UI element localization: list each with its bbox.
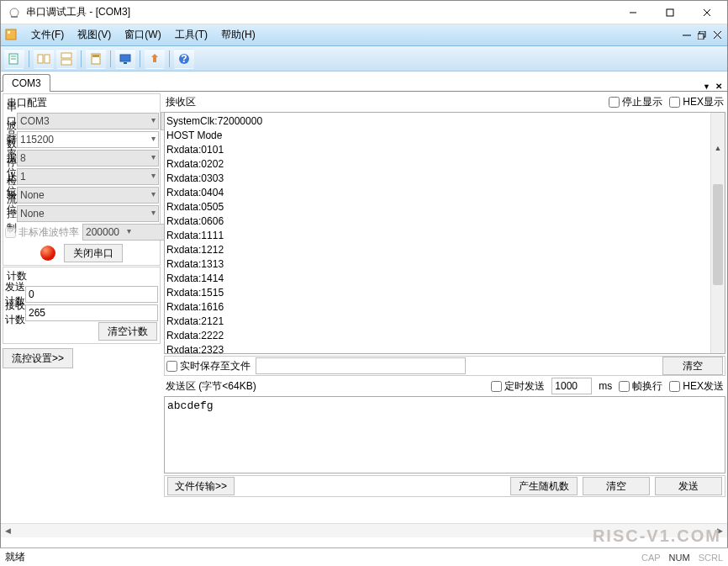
tool-monitor-icon[interactable] bbox=[115, 49, 135, 69]
serial-config-group: 串口配置 串口号 刷新 波特率 数据位 停止位 检验位 bbox=[3, 93, 161, 266]
scroll-thumb[interactable] bbox=[713, 184, 723, 285]
num-indicator: NUM bbox=[669, 553, 690, 563]
save-path-input[interactable] bbox=[256, 357, 466, 374]
tab-strip: COM3 ▼ ✕ bbox=[1, 71, 727, 92]
send-button[interactable]: 发送 bbox=[655, 477, 722, 495]
send-title: 发送区 (字节<64KB) bbox=[166, 379, 256, 394]
svg-rect-19 bbox=[61, 60, 71, 65]
timed-interval-input[interactable] bbox=[551, 378, 592, 394]
minimize-button[interactable] bbox=[615, 2, 652, 24]
svg-rect-18 bbox=[61, 53, 71, 58]
recv-title: 接收区 bbox=[166, 95, 196, 109]
flow-select[interactable] bbox=[17, 205, 159, 222]
tool-new-icon[interactable] bbox=[4, 49, 24, 69]
menu-view[interactable]: 视图(V) bbox=[71, 25, 118, 45]
scrl-indicator: SCRL bbox=[699, 553, 723, 563]
serial-config-title: 串口配置 bbox=[3, 94, 160, 112]
receive-textarea[interactable]: SystemClk:72000000 HOST Mode Rxdata:0101… bbox=[164, 112, 725, 354]
frame-wrap-checkbox[interactable]: 帧换行 bbox=[619, 379, 662, 394]
svg-rect-3 bbox=[667, 9, 673, 16]
tab-dropdown-icon[interactable]: ▼ bbox=[703, 82, 710, 91]
svg-text:?: ? bbox=[181, 53, 187, 65]
stop-display-checkbox[interactable]: 停止显示 bbox=[609, 95, 662, 109]
mdi-minimize-icon[interactable] bbox=[680, 29, 694, 41]
tool-help-icon[interactable]: ? bbox=[174, 49, 194, 69]
hex-display-checkbox[interactable]: HEX显示 bbox=[669, 95, 724, 109]
app-icon bbox=[8, 6, 21, 19]
right-panel: 接收区 停止显示 HEX显示 SystemClk:72000000 HOST M… bbox=[164, 93, 725, 521]
window-title: 串口调试工具 - [COM3] bbox=[26, 5, 615, 19]
statusbar: 就绪 CAP NUM SCRL bbox=[0, 547, 728, 566]
svg-rect-23 bbox=[124, 62, 127, 64]
tab-close-icon[interactable]: ✕ bbox=[715, 82, 722, 91]
send-header: 发送区 (字节<64KB) 定时发送 ms 帧换行 HEX发送 bbox=[164, 378, 725, 394]
recv-count-value bbox=[25, 304, 158, 321]
recv-header: 接收区 停止显示 HEX显示 bbox=[164, 93, 725, 110]
svg-rect-21 bbox=[92, 55, 99, 57]
scroll-up-icon[interactable]: ▲ bbox=[711, 141, 725, 156]
svg-rect-1 bbox=[11, 16, 18, 18]
databits-select[interactable] bbox=[17, 150, 159, 167]
port-select[interactable] bbox=[17, 113, 159, 130]
hex-send-checkbox[interactable]: HEX发送 bbox=[669, 379, 724, 394]
app-menu-icon bbox=[4, 28, 19, 43]
scroll-right-icon[interactable]: ▶ bbox=[713, 524, 727, 537]
close-button[interactable] bbox=[688, 2, 725, 24]
tool-tile-h-icon[interactable] bbox=[34, 49, 54, 69]
send-textarea[interactable]: abcdefg bbox=[164, 396, 725, 473]
svg-point-0 bbox=[10, 8, 18, 17]
count-group: 计数 发送计数 接收计数 清空计数 bbox=[3, 267, 161, 344]
menu-window[interactable]: 窗口(W) bbox=[118, 25, 167, 45]
stopbits-select[interactable] bbox=[17, 168, 159, 185]
menu-file[interactable]: 文件(F) bbox=[24, 25, 71, 45]
tool-calc-icon[interactable] bbox=[86, 49, 106, 69]
send-count-value bbox=[25, 286, 158, 303]
tool-tile-v-icon[interactable] bbox=[56, 49, 76, 69]
nonstd-checkbox[interactable]: 非标准波特率 bbox=[5, 225, 79, 240]
status-text: 就绪 bbox=[5, 550, 25, 564]
timed-send-checkbox[interactable]: 定时发送 bbox=[491, 379, 545, 394]
save-to-file-checkbox[interactable]: 实时保存至文件 bbox=[166, 359, 251, 373]
tool-update-icon[interactable] bbox=[145, 49, 165, 69]
flow-settings-button[interactable]: 流控设置>> bbox=[3, 348, 73, 368]
mdi-restore-icon[interactable] bbox=[695, 29, 709, 41]
random-button[interactable]: 产生随机数 bbox=[510, 477, 578, 495]
svg-rect-10 bbox=[698, 34, 704, 40]
close-port-button[interactable]: 关闭串口 bbox=[64, 244, 123, 262]
mdi-close-icon[interactable] bbox=[710, 29, 724, 41]
content-area: 串口配置 串口号 刷新 波特率 数据位 停止位 检验位 bbox=[1, 92, 727, 523]
status-led-icon bbox=[40, 246, 55, 261]
menu-help[interactable]: 帮助(H) bbox=[214, 25, 262, 45]
svg-rect-7 bbox=[8, 31, 10, 34]
cap-indicator: CAP bbox=[641, 553, 661, 563]
svg-rect-16 bbox=[38, 55, 43, 63]
svg-rect-6 bbox=[6, 29, 16, 40]
baud-select[interactable] bbox=[17, 131, 159, 148]
parity-select[interactable] bbox=[17, 187, 159, 204]
horizontal-scrollbar[interactable]: ◀ ▶ bbox=[1, 523, 727, 537]
scroll-left-icon[interactable]: ◀ bbox=[1, 524, 15, 537]
svg-rect-17 bbox=[45, 55, 50, 63]
toolbar: ? bbox=[1, 46, 727, 71]
left-panel: 串口配置 串口号 刷新 波特率 数据位 停止位 检验位 bbox=[3, 93, 161, 521]
ms-label: ms bbox=[599, 380, 612, 392]
recv-count-label: 接收计数 bbox=[5, 299, 25, 327]
count-title: 计数 bbox=[3, 267, 160, 285]
svg-rect-22 bbox=[120, 55, 130, 61]
clear-send-button[interactable]: 清空 bbox=[583, 477, 650, 495]
maximize-button[interactable] bbox=[652, 2, 688, 24]
titlebar: 串口调试工具 - [COM3] bbox=[1, 1, 727, 24]
save-row: 实时保存至文件 清空 bbox=[164, 356, 725, 376]
menubar: 文件(F) 视图(V) 窗口(W) 工具(T) 帮助(H) bbox=[1, 24, 727, 46]
recv-scrollbar[interactable]: ▲ ▼ bbox=[710, 113, 725, 353]
tab-com3[interactable]: COM3 bbox=[3, 74, 50, 92]
clear-count-button[interactable]: 清空计数 bbox=[98, 322, 157, 341]
clear-recv-button[interactable]: 清空 bbox=[662, 357, 723, 375]
nonstd-label: 非标准波特率 bbox=[18, 225, 79, 240]
file-transfer-button[interactable]: 文件传输>> bbox=[167, 477, 235, 495]
menu-tools[interactable]: 工具(T) bbox=[168, 25, 214, 45]
send-footer: 文件传输>> 产生随机数 清空 发送 bbox=[164, 475, 725, 497]
